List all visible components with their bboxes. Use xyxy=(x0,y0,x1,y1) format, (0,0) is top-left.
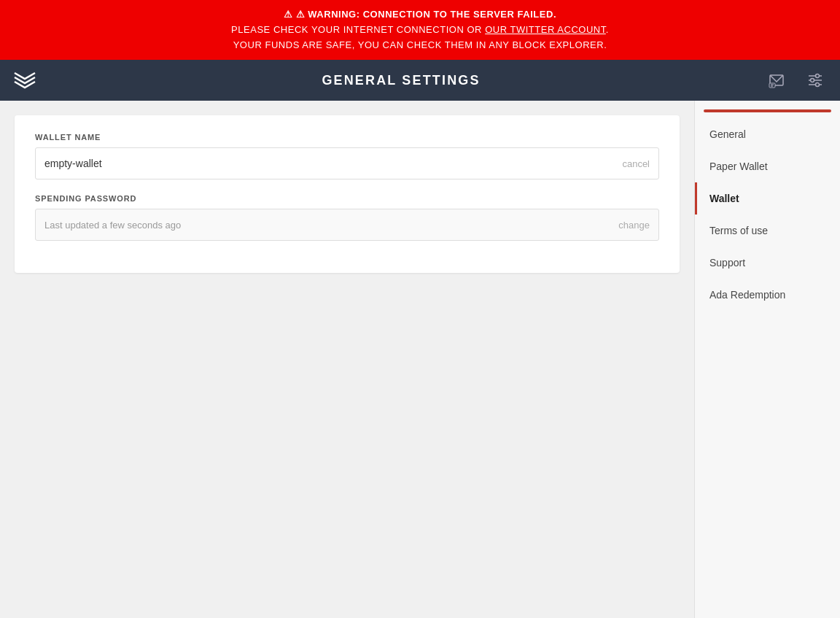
svg-point-7 xyxy=(816,74,820,78)
sidebar-item-wallet[interactable]: Wallet xyxy=(695,182,840,215)
warning-icon: ⚠ xyxy=(284,9,293,20)
logo xyxy=(12,67,38,93)
spending-password-status: Last updated a few seconds ago xyxy=(44,220,618,231)
notification-button[interactable] xyxy=(764,67,790,93)
settings-card: WALLET NAME cancel SPENDING PASSWORD Las… xyxy=(15,115,680,273)
sidebar-item-ada-redemption[interactable]: Ada Redemption xyxy=(695,279,840,311)
warning-title: ⚠ ⚠ WARNING: CONNECTION TO THE SERVER FA… xyxy=(15,7,825,23)
navbar: GENERAL SETTINGS xyxy=(0,60,840,101)
sidebar-item-general[interactable]: General xyxy=(695,118,840,150)
change-password-button[interactable]: change xyxy=(618,220,650,231)
sidebar-item-paper-wallet[interactable]: Paper Wallet xyxy=(695,150,840,182)
twitter-link[interactable]: OUR TWITTER ACCOUNT xyxy=(485,24,606,35)
warning-banner: ⚠ ⚠ WARNING: CONNECTION TO THE SERVER FA… xyxy=(0,0,840,60)
wallet-name-group: WALLET NAME cancel xyxy=(35,133,659,179)
wallet-name-label: WALLET NAME xyxy=(35,133,659,142)
svg-point-8 xyxy=(811,79,814,82)
main-layout: WALLET NAME cancel SPENDING PASSWORD Las… xyxy=(0,101,840,618)
spending-password-label: SPENDING PASSWORD xyxy=(35,194,659,203)
warning-line3: YOUR FUNDS ARE SAFE, YOU CAN CHECK THEM … xyxy=(15,38,825,53)
navbar-actions xyxy=(764,67,828,93)
wallet-name-input[interactable] xyxy=(44,158,622,169)
warning-line2: PLEASE CHECK YOUR INTERNET CONNECTION OR… xyxy=(15,23,825,38)
sidebar: General Paper Wallet Wallet Terms of use… xyxy=(694,101,840,618)
sidebar-scroll-indicator xyxy=(704,109,831,112)
sidebar-item-support[interactable]: Support xyxy=(695,247,840,279)
cancel-button[interactable]: cancel xyxy=(622,158,650,169)
content-area: WALLET NAME cancel SPENDING PASSWORD Las… xyxy=(0,101,694,618)
spending-password-row: Last updated a few seconds ago change xyxy=(35,209,659,241)
page-title: GENERAL SETTINGS xyxy=(322,73,480,88)
svg-rect-1 xyxy=(769,83,775,88)
settings-button[interactable] xyxy=(802,67,828,93)
logo-icon xyxy=(12,67,38,93)
spending-password-group: SPENDING PASSWORD Last updated a few sec… xyxy=(35,194,659,241)
wallet-name-input-row: cancel xyxy=(35,147,659,179)
svg-point-9 xyxy=(816,83,820,87)
sidebar-item-terms-of-use[interactable]: Terms of use xyxy=(695,215,840,247)
